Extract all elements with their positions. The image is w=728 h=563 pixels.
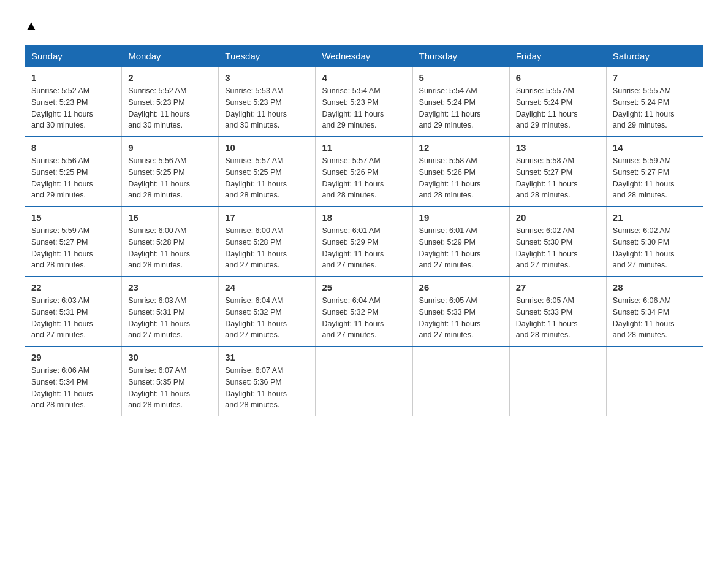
calendar-cell: 2 Sunrise: 5:52 AM Sunset: 5:23 PM Dayli… bbox=[122, 67, 219, 137]
day-info: Sunrise: 5:55 AM Sunset: 5:24 PM Dayligh… bbox=[613, 85, 697, 131]
header-monday: Monday bbox=[122, 46, 219, 67]
header-friday: Friday bbox=[509, 46, 606, 67]
header-wednesday: Wednesday bbox=[316, 46, 412, 67]
calendar-cell: 29 Sunrise: 6:06 AM Sunset: 5:34 PM Dayl… bbox=[25, 347, 122, 416]
calendar-cell bbox=[606, 347, 703, 416]
day-info: Sunrise: 6:06 AM Sunset: 5:34 PM Dayligh… bbox=[31, 365, 115, 411]
week-row-1: 1 Sunrise: 5:52 AM Sunset: 5:23 PM Dayli… bbox=[25, 67, 703, 137]
day-number: 7 bbox=[613, 72, 697, 83]
header-row: SundayMondayTuesdayWednesdayThursdayFrid… bbox=[25, 46, 703, 67]
day-number: 31 bbox=[225, 352, 309, 362]
day-info: Sunrise: 6:07 AM Sunset: 5:35 PM Dayligh… bbox=[128, 365, 212, 411]
calendar-cell: 5 Sunrise: 5:54 AM Sunset: 5:24 PM Dayli… bbox=[412, 67, 509, 137]
day-number: 30 bbox=[128, 352, 212, 362]
day-info: Sunrise: 5:57 AM Sunset: 5:25 PM Dayligh… bbox=[225, 155, 309, 201]
calendar-header: SundayMondayTuesdayWednesdayThursdayFrid… bbox=[25, 46, 703, 67]
day-info: Sunrise: 5:55 AM Sunset: 5:24 PM Dayligh… bbox=[516, 85, 600, 131]
calendar-cell: 6 Sunrise: 5:55 AM Sunset: 5:24 PM Dayli… bbox=[509, 67, 606, 137]
calendar-cell: 13 Sunrise: 5:58 AM Sunset: 5:27 PM Dayl… bbox=[509, 137, 606, 207]
calendar-cell: 4 Sunrise: 5:54 AM Sunset: 5:23 PM Dayli… bbox=[316, 67, 412, 137]
week-row-5: 29 Sunrise: 6:06 AM Sunset: 5:34 PM Dayl… bbox=[25, 347, 703, 416]
day-number: 24 bbox=[225, 282, 309, 293]
calendar-cell: 3 Sunrise: 5:53 AM Sunset: 5:23 PM Dayli… bbox=[219, 67, 316, 137]
calendar-cell: 28 Sunrise: 6:06 AM Sunset: 5:34 PM Dayl… bbox=[606, 277, 703, 347]
day-number: 4 bbox=[322, 72, 406, 83]
day-info: Sunrise: 6:05 AM Sunset: 5:33 PM Dayligh… bbox=[516, 295, 600, 341]
day-info: Sunrise: 6:03 AM Sunset: 5:31 PM Dayligh… bbox=[31, 295, 115, 341]
day-info: Sunrise: 5:59 AM Sunset: 5:27 PM Dayligh… bbox=[613, 155, 697, 201]
calendar-cell: 9 Sunrise: 5:56 AM Sunset: 5:25 PM Dayli… bbox=[122, 137, 219, 207]
calendar-cell bbox=[316, 347, 412, 416]
calendar-cell: 1 Sunrise: 5:52 AM Sunset: 5:23 PM Dayli… bbox=[25, 67, 122, 137]
day-info: Sunrise: 6:00 AM Sunset: 5:28 PM Dayligh… bbox=[128, 225, 212, 271]
day-info: Sunrise: 5:54 AM Sunset: 5:23 PM Dayligh… bbox=[322, 85, 406, 131]
calendar-cell: 14 Sunrise: 5:59 AM Sunset: 5:27 PM Dayl… bbox=[606, 137, 703, 207]
calendar-cell: 31 Sunrise: 6:07 AM Sunset: 5:36 PM Dayl… bbox=[219, 347, 316, 416]
week-row-2: 8 Sunrise: 5:56 AM Sunset: 5:25 PM Dayli… bbox=[25, 137, 703, 207]
day-number: 26 bbox=[419, 282, 503, 293]
calendar-cell: 25 Sunrise: 6:04 AM Sunset: 5:32 PM Dayl… bbox=[316, 277, 412, 347]
header-saturday: Saturday bbox=[606, 46, 703, 67]
day-number: 28 bbox=[613, 282, 697, 293]
day-info: Sunrise: 5:54 AM Sunset: 5:24 PM Dayligh… bbox=[419, 85, 503, 131]
day-number: 3 bbox=[225, 72, 309, 83]
day-info: Sunrise: 5:56 AM Sunset: 5:25 PM Dayligh… bbox=[31, 155, 115, 201]
calendar-cell: 27 Sunrise: 6:05 AM Sunset: 5:33 PM Dayl… bbox=[509, 277, 606, 347]
calendar-cell: 26 Sunrise: 6:05 AM Sunset: 5:33 PM Dayl… bbox=[412, 277, 509, 347]
page-header: ▲ bbox=[25, 18, 703, 33]
day-info: Sunrise: 5:52 AM Sunset: 5:23 PM Dayligh… bbox=[31, 85, 115, 131]
calendar-cell: 7 Sunrise: 5:55 AM Sunset: 5:24 PM Dayli… bbox=[606, 67, 703, 137]
calendar-cell: 23 Sunrise: 6:03 AM Sunset: 5:31 PM Dayl… bbox=[122, 277, 219, 347]
logo: ▲ bbox=[25, 18, 38, 33]
day-info: Sunrise: 5:53 AM Sunset: 5:23 PM Dayligh… bbox=[225, 85, 309, 131]
day-number: 18 bbox=[322, 212, 406, 223]
calendar-cell: 12 Sunrise: 5:58 AM Sunset: 5:26 PM Dayl… bbox=[412, 137, 509, 207]
calendar-cell: 17 Sunrise: 6:00 AM Sunset: 5:28 PM Dayl… bbox=[219, 207, 316, 277]
day-number: 19 bbox=[419, 212, 503, 223]
day-info: Sunrise: 6:02 AM Sunset: 5:30 PM Dayligh… bbox=[516, 225, 600, 271]
calendar-cell: 18 Sunrise: 6:01 AM Sunset: 5:29 PM Dayl… bbox=[316, 207, 412, 277]
day-info: Sunrise: 5:58 AM Sunset: 5:27 PM Dayligh… bbox=[516, 155, 600, 201]
header-tuesday: Tuesday bbox=[219, 46, 316, 67]
day-info: Sunrise: 6:01 AM Sunset: 5:29 PM Dayligh… bbox=[322, 225, 406, 271]
day-number: 6 bbox=[516, 72, 600, 83]
day-number: 11 bbox=[322, 142, 406, 153]
day-number: 12 bbox=[419, 142, 503, 153]
day-number: 27 bbox=[516, 282, 600, 293]
day-number: 15 bbox=[31, 212, 115, 223]
day-number: 22 bbox=[31, 282, 115, 293]
day-info: Sunrise: 6:04 AM Sunset: 5:32 PM Dayligh… bbox=[225, 295, 309, 341]
day-info: Sunrise: 6:00 AM Sunset: 5:28 PM Dayligh… bbox=[225, 225, 309, 271]
day-info: Sunrise: 6:02 AM Sunset: 5:30 PM Dayligh… bbox=[613, 225, 697, 271]
calendar-cell: 22 Sunrise: 6:03 AM Sunset: 5:31 PM Dayl… bbox=[25, 277, 122, 347]
calendar-cell: 30 Sunrise: 6:07 AM Sunset: 5:35 PM Dayl… bbox=[122, 347, 219, 416]
day-number: 10 bbox=[225, 142, 309, 153]
day-info: Sunrise: 5:59 AM Sunset: 5:27 PM Dayligh… bbox=[31, 225, 115, 271]
day-number: 13 bbox=[516, 142, 600, 153]
calendar-table: SundayMondayTuesdayWednesdayThursdayFrid… bbox=[25, 45, 703, 416]
day-info: Sunrise: 5:57 AM Sunset: 5:26 PM Dayligh… bbox=[322, 155, 406, 201]
day-number: 29 bbox=[31, 352, 115, 362]
calendar-cell bbox=[509, 347, 606, 416]
day-info: Sunrise: 5:56 AM Sunset: 5:25 PM Dayligh… bbox=[128, 155, 212, 201]
week-row-4: 22 Sunrise: 6:03 AM Sunset: 5:31 PM Dayl… bbox=[25, 277, 703, 347]
day-info: Sunrise: 5:58 AM Sunset: 5:26 PM Dayligh… bbox=[419, 155, 503, 201]
day-info: Sunrise: 5:52 AM Sunset: 5:23 PM Dayligh… bbox=[128, 85, 212, 131]
calendar-cell: 21 Sunrise: 6:02 AM Sunset: 5:30 PM Dayl… bbox=[606, 207, 703, 277]
calendar-cell: 8 Sunrise: 5:56 AM Sunset: 5:25 PM Dayli… bbox=[25, 137, 122, 207]
header-sunday: Sunday bbox=[25, 46, 122, 67]
day-number: 14 bbox=[613, 142, 697, 153]
day-number: 5 bbox=[419, 72, 503, 83]
day-number: 25 bbox=[322, 282, 406, 293]
day-number: 21 bbox=[613, 212, 697, 223]
day-info: Sunrise: 6:07 AM Sunset: 5:36 PM Dayligh… bbox=[225, 365, 309, 411]
day-number: 16 bbox=[128, 212, 212, 223]
day-number: 1 bbox=[31, 72, 115, 83]
day-info: Sunrise: 6:03 AM Sunset: 5:31 PM Dayligh… bbox=[128, 295, 212, 341]
calendar-cell: 20 Sunrise: 6:02 AM Sunset: 5:30 PM Dayl… bbox=[509, 207, 606, 277]
calendar-body: 1 Sunrise: 5:52 AM Sunset: 5:23 PM Dayli… bbox=[25, 67, 703, 416]
day-number: 20 bbox=[516, 212, 600, 223]
day-info: Sunrise: 6:01 AM Sunset: 5:29 PM Dayligh… bbox=[419, 225, 503, 271]
calendar-cell: 19 Sunrise: 6:01 AM Sunset: 5:29 PM Dayl… bbox=[412, 207, 509, 277]
day-info: Sunrise: 6:06 AM Sunset: 5:34 PM Dayligh… bbox=[613, 295, 697, 341]
